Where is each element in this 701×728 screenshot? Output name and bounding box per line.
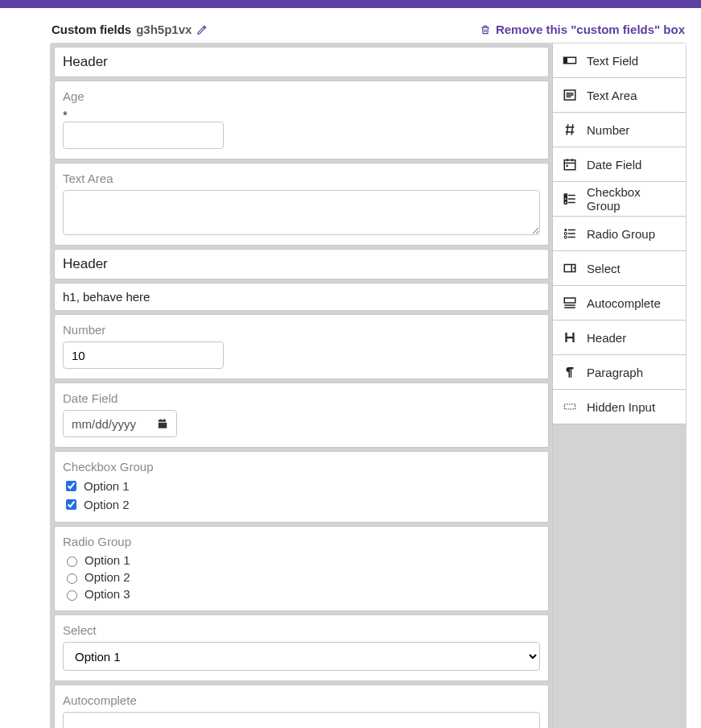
radio-input[interactable] bbox=[67, 590, 77, 601]
palette-autocomplete[interactable]: Autocomplete bbox=[553, 286, 686, 321]
palette-select[interactable]: Select bbox=[553, 251, 686, 286]
palette-label: Select bbox=[587, 262, 621, 275]
app-topbar bbox=[0, 0, 701, 8]
select-input[interactable]: Option 1 bbox=[63, 642, 540, 671]
trash-icon bbox=[480, 24, 491, 35]
palette-label: Radio Group bbox=[587, 227, 655, 241]
checkbox-input[interactable] bbox=[66, 481, 76, 491]
palette-label: Hidden Input bbox=[587, 400, 655, 414]
svg-point-5 bbox=[564, 229, 567, 231]
palette-label: Text Area bbox=[587, 89, 637, 102]
stage-header-2[interactable]: Header bbox=[54, 249, 549, 279]
field-label: Age bbox=[63, 89, 540, 103]
stage-textfield-age[interactable]: Age * bbox=[54, 81, 549, 159]
number-input[interactable] bbox=[63, 341, 224, 369]
palette-date-field[interactable]: Date Field bbox=[553, 147, 686, 182]
field-palette: Text Field Text Area Number Date Field C… bbox=[552, 43, 686, 728]
age-input[interactable] bbox=[63, 122, 224, 149]
calendar-icon bbox=[563, 157, 577, 172]
hash-icon bbox=[563, 122, 577, 137]
paragraph-text: h1, behave here bbox=[63, 290, 540, 304]
stage-autocomplete[interactable]: Autocomplete bbox=[54, 685, 549, 728]
palette-label: Date Field bbox=[587, 158, 641, 172]
svg-rect-9 bbox=[564, 298, 575, 303]
stage-header-1[interactable]: Header bbox=[54, 47, 549, 77]
form-builder: Header Age * Text Area Header h1, behave… bbox=[50, 43, 687, 728]
hidden-input-icon bbox=[563, 399, 577, 414]
header-text: Header bbox=[63, 256, 540, 272]
palette-label: Header bbox=[587, 331, 626, 345]
svg-point-7 bbox=[564, 236, 567, 238]
remove-label: Remove this "custom fields" box bbox=[496, 23, 685, 36]
radio-input[interactable] bbox=[67, 556, 77, 567]
stage-number[interactable]: Number bbox=[54, 314, 549, 379]
radio-option[interactable]: Option 3 bbox=[63, 587, 540, 601]
svg-rect-4 bbox=[567, 165, 568, 167]
palette-checkbox-group[interactable]: Checkbox Group bbox=[553, 182, 686, 217]
option-label: Option 1 bbox=[85, 553, 130, 567]
paragraph-icon bbox=[563, 365, 577, 379]
radio-input[interactable] bbox=[67, 573, 77, 584]
pencil-icon[interactable] bbox=[196, 24, 208, 35]
stage-paragraph[interactable]: h1, behave here bbox=[54, 283, 549, 311]
stage-textarea[interactable]: Text Area bbox=[54, 163, 549, 246]
custom-fields-title: Custom fields bbox=[52, 23, 131, 36]
checkbox-option[interactable]: Option 2 bbox=[63, 497, 540, 512]
palette-label: Number bbox=[587, 123, 629, 137]
palette-header[interactable]: Header bbox=[553, 321, 686, 355]
custom-fields-id: g3h5p1vx bbox=[136, 23, 192, 36]
palette-hidden-input[interactable]: Hidden Input bbox=[553, 390, 686, 424]
field-label: Select bbox=[63, 623, 540, 637]
stage-checkbox-group[interactable]: Checkbox Group Option 1 Option 2 bbox=[54, 451, 549, 523]
calendar-icon bbox=[157, 418, 168, 429]
svg-rect-3 bbox=[564, 160, 575, 170]
field-label: Radio Group bbox=[63, 535, 540, 548]
radio-option[interactable]: Option 2 bbox=[63, 570, 540, 584]
stage-date[interactable]: Date Field mm/dd/yyyy bbox=[54, 383, 549, 448]
palette-label: Paragraph bbox=[587, 366, 643, 379]
palette-text-field[interactable]: Text Field bbox=[553, 43, 686, 78]
text-area-icon bbox=[563, 88, 577, 102]
field-label: Checkbox Group bbox=[63, 460, 540, 474]
header-icon bbox=[563, 330, 577, 345]
text-field-icon bbox=[563, 53, 577, 68]
required-marker: * bbox=[63, 108, 540, 122]
header-text: Header bbox=[63, 54, 540, 70]
textarea-input[interactable] bbox=[63, 190, 540, 235]
option-label: Option 3 bbox=[85, 587, 130, 601]
palette-radio-group[interactable]: Radio Group bbox=[553, 217, 686, 251]
select-icon bbox=[563, 261, 577, 275]
field-label: Text Area bbox=[63, 172, 540, 185]
option-label: Option 2 bbox=[84, 498, 130, 511]
checkbox-group-icon bbox=[563, 192, 577, 206]
stage-select[interactable]: Select Option 1 bbox=[54, 614, 549, 681]
palette-number[interactable]: Number bbox=[553, 113, 686, 147]
date-placeholder: mm/dd/yyyy bbox=[72, 417, 136, 431]
svg-point-6 bbox=[564, 233, 567, 235]
palette-text-area[interactable]: Text Area bbox=[553, 78, 686, 113]
autocomplete-icon bbox=[563, 296, 577, 310]
date-input[interactable]: mm/dd/yyyy bbox=[63, 410, 177, 437]
builder-stage[interactable]: Header Age * Text Area Header h1, behave… bbox=[51, 43, 552, 728]
option-label: Option 1 bbox=[84, 479, 130, 493]
radio-option[interactable]: Option 1 bbox=[63, 553, 540, 567]
palette-label: Checkbox Group bbox=[587, 185, 676, 213]
radio-group-icon bbox=[563, 226, 577, 241]
field-label: Autocomplete bbox=[63, 693, 540, 707]
field-label: Date Field bbox=[63, 391, 540, 405]
remove-custom-fields-button[interactable]: Remove this "custom fields" box bbox=[480, 23, 685, 36]
autocomplete-input[interactable] bbox=[63, 712, 540, 728]
checkbox-option[interactable]: Option 1 bbox=[63, 478, 540, 494]
svg-rect-10 bbox=[564, 404, 575, 409]
checkbox-input[interactable] bbox=[66, 499, 76, 510]
stage-radio-group[interactable]: Radio Group Option 1 Option 2 Option 3 bbox=[54, 526, 549, 611]
field-label: Number bbox=[63, 323, 540, 337]
palette-label: Autocomplete bbox=[587, 296, 661, 310]
palette-paragraph[interactable]: Paragraph bbox=[553, 355, 686, 390]
option-label: Option 2 bbox=[85, 570, 130, 584]
svg-rect-1 bbox=[564, 57, 568, 64]
custom-fields-header: Custom fields g3h5p1vx Remove this "cust… bbox=[39, 8, 701, 41]
palette-label: Text Field bbox=[587, 54, 638, 68]
